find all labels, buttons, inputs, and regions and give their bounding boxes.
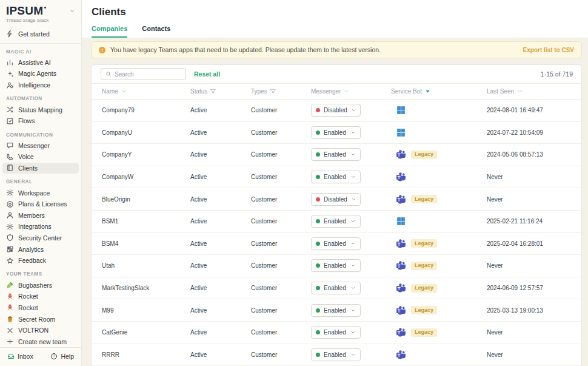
sidebar-item-rocket[interactable]: Rocket [0,291,81,302]
sidebar-item-bugbashers[interactable]: Bugbashers [0,279,81,291]
inbox-button[interactable]: Inbox [7,353,33,360]
status-value: Active [190,107,251,114]
table-row[interactable]: MarkTestingSlackActiveCustomerEnabledLeg… [92,277,581,300]
company-name: MarkTestingSlack [102,285,190,291]
help-icon: ? [50,353,58,360]
chevron-down-icon[interactable] [121,88,127,95]
column-label: Messenger [311,88,341,95]
company-name: Company79 [102,107,190,114]
sidebar-item-workspace[interactable]: Workspace [0,187,81,198]
sidebar-item-label: Flows [18,117,35,124]
table-row[interactable]: CompanyWActiveCustomerEnabledNever [92,166,581,189]
tab-contacts[interactable]: Contacts [142,25,170,38]
zap-icon [6,30,14,38]
cross-x-icon [6,327,14,334]
sidebar-item-label: Plans & Licenses [18,200,67,208]
search-input[interactable] [115,71,181,78]
column-header-types[interactable]: Types [251,88,311,95]
sidebar-item-plans-licenses[interactable]: Plans & Licenses [0,198,81,210]
messenger-select[interactable]: Enabled [311,171,361,183]
export-csv-button[interactable]: Export list to CSV [523,47,574,53]
sidebar-item-flows[interactable]: Flows [0,115,81,127]
column-header-last-seen[interactable]: Last Seen [487,88,573,95]
sidebar-item-intelligence[interactable]: Intelligence [0,80,81,91]
service-bot-cell: Legacy [391,327,487,337]
table-row[interactable]: CompanyYActiveCustomerEnabledLegacy2024-… [92,144,581,166]
filter-funnel-icon[interactable] [210,88,216,95]
sidebar-item-magic-agents[interactable]: Magic Agents [0,68,81,80]
last-seen-value: Never [487,196,573,203]
chevron-down-icon[interactable] [343,88,350,95]
sidebar-item-label: Members [18,212,45,219]
app-logo: IPSUM [6,5,43,16]
table-row[interactable]: M99ActiveCustomerEnabledLegacy2025-03-13… [92,299,581,322]
type-value: Customer [251,151,311,158]
sidebar-item-feedback[interactable]: Feedback [0,255,81,266]
workspace-header[interactable]: IPSUM [0,5,81,16]
messenger-cell: Enabled [311,148,391,161]
sidebar-item-analytics[interactable]: Analytics [0,243,81,255]
column-header-status[interactable]: Status [190,88,251,95]
messenger-select[interactable]: Enabled [311,326,361,339]
pagination-label: 1-15 of 719 [541,70,573,78]
messenger-select[interactable]: Disabled [311,104,361,117]
help-button[interactable]: ? Help [50,353,74,360]
sidebar-item-create-new-team[interactable]: Create new team [0,336,81,347]
messenger-cell: Enabled [311,304,391,317]
filter-funnel-icon[interactable] [270,88,276,95]
sidebar-item-voltron[interactable]: VOLTRON [0,325,81,336]
sidebar-item-messenger[interactable]: Messenger [0,140,81,152]
messenger-select[interactable]: Enabled [311,215,361,228]
rocket-icon [6,293,14,300]
table-row[interactable]: BlueOriginActiveCustomerDisabledLegacyNe… [92,188,581,211]
table-row[interactable]: RRRRActiveCustomerEnabledNever [92,344,581,366]
honey-pot-icon [6,315,14,323]
table-row[interactable]: BSM1ActiveCustomerEnabled2025-02-21 11:1… [92,211,581,233]
sidebar-item-rocket[interactable]: Rocket [0,302,81,314]
messenger-select[interactable]: Enabled [311,237,361,250]
messenger-select[interactable]: Enabled [311,304,361,317]
sidebar-item-status-mapping[interactable]: Status Mapping [0,104,81,115]
messenger-select[interactable]: Enabled [311,148,361,161]
sidebar-item-voice[interactable]: Voice [0,151,81,163]
sidebar-item-members[interactable]: Members [0,209,81,221]
service-bot-cell [391,127,487,138]
table-row[interactable]: CompanyUActiveCustomerEnabled2024-07-22 … [92,122,581,144]
sidebar-item-assistive-ai[interactable]: Assistive AI [0,57,81,69]
sidebar-item-clients[interactable]: Clients [2,163,79,174]
teams-bot-icon [396,350,406,360]
plus-icon [6,337,14,345]
column-header-messenger[interactable]: Messenger [311,88,391,95]
messenger-select[interactable]: Disabled [311,193,361,206]
tab-companies[interactable]: Companies [92,25,127,38]
table-row[interactable]: UtahActiveCustomerEnabledLegacyNever [92,255,581,277]
messenger-select[interactable]: Enabled [311,259,361,272]
messenger-cell: Enabled [311,126,391,139]
reset-all-link[interactable]: Reset all [194,70,220,78]
column-header-service-bot[interactable]: Service Bot [391,88,487,95]
sidebar-item-get-started[interactable]: Get started [0,29,81,39]
column-header-name[interactable]: Name [102,88,190,95]
search-box[interactable] [101,68,186,80]
table-row[interactable]: BSM4ActiveCustomerEnabledLegacy2025-02-0… [92,233,581,256]
chevron-down-icon[interactable] [424,88,431,95]
sidebar-item-secret-room[interactable]: Secret Room [0,313,81,325]
company-name: CompanyU [102,129,190,136]
chevron-down-icon[interactable] [69,8,75,14]
sidebar-item-label: Integrations [18,223,52,230]
chevron-down-icon [350,152,356,157]
table-row[interactable]: CatGenieActiveCustomerEnabledLegacyNever [92,322,581,344]
legacy-badge: Legacy [411,284,437,293]
chevron-down-icon[interactable] [516,88,523,95]
disabled-dot-icon [316,108,320,112]
messenger-value: Enabled [324,307,346,314]
sidebar-item-integrations[interactable]: Integrations [0,221,81,232]
service-bot-cell: Legacy [391,239,487,249]
enabled-dot-icon [316,152,320,157]
sidebar-item-security-center[interactable]: Security Center [0,232,81,244]
messenger-select[interactable]: Enabled [311,282,361,294]
content-area: You have legacy Teams apps that need to … [82,38,588,366]
messenger-select[interactable]: Enabled [311,126,361,139]
table-row[interactable]: Company79ActiveCustomerDisabled2024-08-0… [92,100,581,122]
messenger-select[interactable]: Enabled [311,348,361,361]
